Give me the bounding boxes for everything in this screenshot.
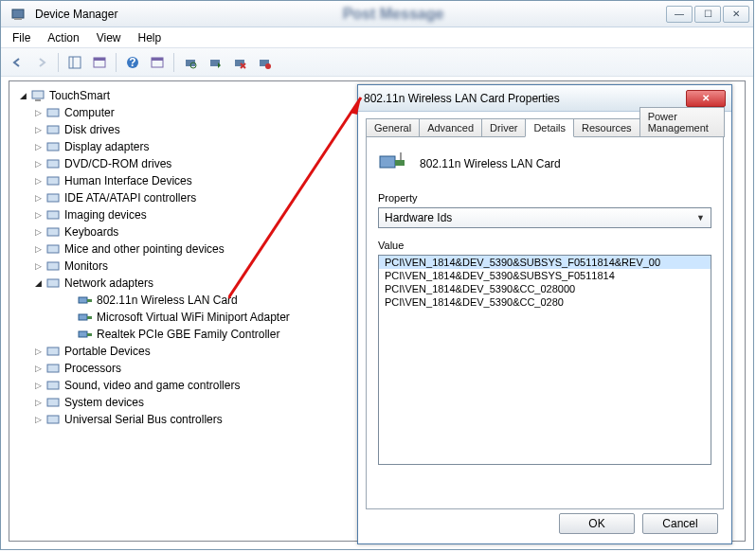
- properties-button-2[interactable]: [147, 52, 168, 73]
- svg-rect-38: [47, 365, 59, 372]
- menu-action[interactable]: Action: [40, 29, 86, 46]
- property-dropdown[interactable]: Hardware Ids ▼: [378, 207, 711, 228]
- svg-rect-36: [87, 333, 92, 336]
- forward-button[interactable]: [31, 52, 52, 73]
- category-icon: [45, 139, 61, 154]
- collapse-icon[interactable]: ◢: [32, 278, 44, 288]
- hardware-id-row[interactable]: PCI\VEN_1814&DEV_5390&SUBSYS_F0511814: [379, 269, 711, 282]
- svg-rect-31: [79, 297, 87, 303]
- category-icon: [45, 224, 61, 240]
- svg-rect-45: [395, 160, 405, 166]
- disable-button[interactable]: [254, 52, 275, 73]
- category-icon: [45, 344, 61, 359]
- scan-hardware-button[interactable]: [180, 52, 201, 73]
- device-name-label: 802.11n Wireless LAN Card: [420, 157, 561, 170]
- device-manager-window: Device Manager Post Message — ☐ ✕ File A…: [0, 0, 754, 550]
- expand-icon[interactable]: ▷: [32, 125, 44, 134]
- expand-icon[interactable]: ▷: [32, 210, 44, 220]
- category-icon: [45, 190, 61, 205]
- category-icon: [45, 207, 61, 223]
- category-icon: [45, 395, 61, 410]
- properties-dialog: 802.11n Wireless LAN Card Properties ✕ G…: [357, 84, 732, 544]
- collapse-icon[interactable]: ◢: [17, 91, 28, 100]
- hardware-id-row[interactable]: PCI\VEN_1814&DEV_5390&CC_0280: [379, 295, 711, 309]
- title-bar: Device Manager Post Message — ☐ ✕: [1, 1, 753, 27]
- svg-text:?: ?: [129, 56, 135, 69]
- expand-icon[interactable]: ▷: [32, 176, 44, 186]
- close-button[interactable]: ✕: [723, 6, 749, 23]
- menu-bar: File Action View Help: [1, 27, 753, 48]
- value-listbox[interactable]: PCI\VEN_1814&DEV_5390&SUBSYS_F0511814&RE…: [378, 255, 711, 465]
- svg-rect-27: [47, 228, 59, 236]
- tab-resources[interactable]: Resources: [573, 118, 640, 137]
- menu-file[interactable]: File: [5, 29, 38, 46]
- svg-rect-35: [79, 331, 87, 337]
- minimize-button[interactable]: —: [666, 6, 693, 23]
- svg-rect-23: [47, 160, 59, 168]
- svg-rect-1: [14, 18, 22, 20]
- category-icon: [45, 378, 61, 393]
- expand-icon[interactable]: ▷: [32, 415, 44, 424]
- menu-view[interactable]: View: [89, 29, 129, 46]
- tab-driver[interactable]: Driver: [481, 118, 526, 137]
- svg-rect-18: [32, 91, 44, 98]
- category-icon: [45, 258, 61, 274]
- update-driver-button[interactable]: [205, 52, 225, 73]
- svg-rect-30: [47, 279, 59, 287]
- show-hide-tree-button[interactable]: [64, 52, 85, 73]
- computer-icon: [30, 88, 45, 103]
- category-icon: [45, 122, 61, 137]
- expand-icon[interactable]: ▷: [32, 244, 44, 254]
- expand-icon[interactable]: ▷: [32, 364, 44, 373]
- uninstall-button[interactable]: [229, 52, 250, 73]
- category-icon: [45, 276, 61, 291]
- expand-icon[interactable]: ▷: [32, 159, 44, 169]
- property-label: Property: [378, 192, 711, 204]
- properties-button-1[interactable]: [89, 52, 110, 73]
- svg-rect-37: [47, 347, 59, 355]
- tab-advanced[interactable]: Advanced: [419, 118, 482, 137]
- hardware-id-row[interactable]: PCI\VEN_1814&DEV_5390&SUBSYS_F0511814&RE…: [379, 256, 711, 269]
- maximize-button[interactable]: ☐: [694, 6, 721, 23]
- network-card-icon: [378, 149, 408, 179]
- svg-rect-40: [47, 399, 59, 406]
- menu-help[interactable]: Help: [131, 29, 170, 46]
- network-adapter-icon: [78, 310, 93, 325]
- svg-rect-28: [47, 245, 59, 253]
- tab-strip: GeneralAdvancedDriverDetailsResourcesPow…: [358, 112, 731, 136]
- expand-icon[interactable]: ▷: [32, 193, 44, 203]
- ok-button[interactable]: OK: [559, 513, 635, 534]
- svg-rect-5: [94, 58, 105, 61]
- help-button[interactable]: ?: [122, 52, 143, 73]
- tab-general[interactable]: General: [366, 118, 420, 137]
- category-icon: [45, 173, 61, 188]
- cancel-button[interactable]: Cancel: [642, 513, 718, 534]
- svg-rect-19: [35, 99, 41, 101]
- expand-icon[interactable]: ▷: [32, 108, 44, 117]
- expand-icon[interactable]: ▷: [32, 227, 44, 237]
- svg-rect-24: [47, 177, 59, 185]
- chevron-down-icon: ▼: [696, 213, 705, 223]
- tab-content-details: 802.11n Wireless LAN Card Property Hardw…: [366, 136, 724, 509]
- hardware-id-row[interactable]: PCI\VEN_1814&DEV_5390&CC_028000: [379, 282, 711, 295]
- svg-rect-26: [47, 211, 59, 219]
- svg-rect-22: [47, 143, 59, 151]
- category-icon: [45, 105, 61, 120]
- tab-details[interactable]: Details: [525, 118, 574, 137]
- expand-icon[interactable]: ▷: [32, 381, 44, 390]
- svg-rect-34: [87, 316, 92, 319]
- svg-rect-29: [47, 262, 59, 270]
- expand-icon[interactable]: ▷: [32, 261, 44, 271]
- category-icon: [45, 361, 61, 376]
- svg-rect-2: [69, 57, 81, 68]
- value-label: Value: [378, 240, 711, 251]
- category-icon: [45, 412, 61, 427]
- expand-icon[interactable]: ▷: [32, 398, 44, 407]
- expand-icon[interactable]: ▷: [32, 347, 44, 356]
- tab-power-management[interactable]: Power Management: [639, 107, 725, 137]
- svg-rect-25: [47, 194, 59, 202]
- svg-rect-32: [87, 299, 92, 302]
- back-button[interactable]: [7, 52, 27, 73]
- dialog-close-button[interactable]: ✕: [686, 90, 726, 107]
- expand-icon[interactable]: ▷: [32, 142, 44, 151]
